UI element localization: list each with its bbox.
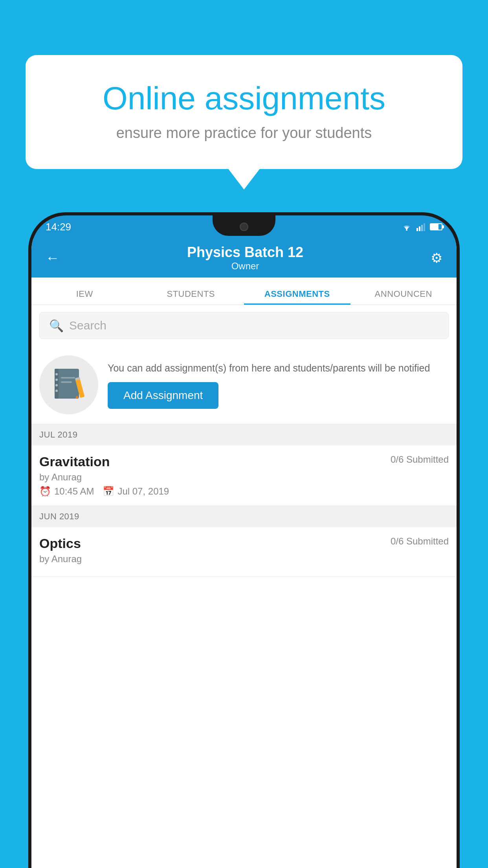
tab-assignments[interactable]: ASSIGNMENTS	[244, 289, 350, 305]
bubble-subtitle: ensure more practice for your students	[57, 125, 431, 142]
tab-students[interactable]: STUDENTS	[138, 289, 244, 305]
notebook-icon	[53, 367, 84, 403]
svg-rect-5	[56, 369, 79, 399]
optics-by: by Anurag	[39, 554, 449, 565]
svg-rect-3	[421, 225, 423, 231]
search-input[interactable]: Search	[69, 319, 106, 332]
search-container: 🔍 Search	[31, 305, 457, 346]
svg-point-0	[406, 229, 407, 231]
status-icons	[401, 223, 442, 231]
optics-submitted: 0/6 Submitted	[391, 536, 449, 547]
status-time: 14:29	[46, 221, 71, 233]
assignment-by: by Anurag	[39, 472, 449, 483]
svg-rect-4	[424, 223, 425, 231]
phone-frame: 14:29	[28, 212, 460, 868]
signal-icon	[416, 223, 426, 231]
svg-rect-11	[61, 377, 75, 379]
meta-date: 📅 Jul 07, 2019	[103, 486, 169, 497]
assignment-row1: Gravitation 0/6 Submitted	[39, 454, 449, 469]
assignment-name: Gravitation	[39, 454, 110, 469]
optics-name: Optics	[39, 536, 81, 551]
front-camera	[240, 223, 248, 231]
section-jul-2019: JUL 2019	[31, 424, 457, 445]
svg-rect-2	[419, 226, 420, 231]
svg-point-8	[55, 379, 58, 381]
phone-inner: 14:29	[31, 215, 457, 868]
bubble-title: Online assignments	[57, 81, 431, 116]
phone-notch	[213, 215, 275, 236]
promo-content: You can add assignment(s) from here and …	[108, 361, 449, 409]
search-icon: 🔍	[49, 319, 64, 333]
app-header: ← Physics Batch 12 Owner ⚙	[31, 238, 457, 278]
promo-icon-circle	[39, 355, 98, 414]
back-button[interactable]: ←	[46, 250, 60, 266]
tab-iew[interactable]: IEW	[31, 289, 138, 305]
svg-rect-1	[416, 228, 418, 231]
promo-text: You can add assignment(s) from here and …	[108, 361, 449, 375]
assignment-meta: ⏰ 10:45 AM 📅 Jul 07, 2019	[39, 486, 449, 497]
svg-point-7	[55, 373, 58, 375]
tab-announcements[interactable]: ANNOUNCEN	[350, 289, 457, 305]
batch-role: Owner	[60, 261, 431, 272]
header-center: Physics Batch 12 Owner	[60, 244, 431, 272]
assignment-item-gravitation[interactable]: Gravitation 0/6 Submitted by Anurag ⏰ 10…	[31, 445, 457, 506]
batch-title: Physics Batch 12	[60, 244, 431, 261]
battery-icon	[430, 223, 442, 230]
settings-icon[interactable]: ⚙	[431, 250, 442, 266]
assignment-item-optics[interactable]: Optics 0/6 Submitted by Anurag	[31, 527, 457, 577]
meta-time: ⏰ 10:45 AM	[39, 486, 94, 497]
app-screen: ← Physics Batch 12 Owner ⚙ IEW STUDENTS …	[31, 238, 457, 868]
speech-bubble: Online assignments ensure more practice …	[26, 55, 462, 169]
clock-icon: ⏰	[39, 486, 51, 497]
assignment-submitted: 0/6 Submitted	[391, 454, 449, 465]
svg-rect-12	[61, 381, 72, 383]
wifi-icon	[401, 223, 413, 231]
add-assignment-promo: You can add assignment(s) from here and …	[31, 346, 457, 424]
assignment-row1-optics: Optics 0/6 Submitted	[39, 536, 449, 551]
svg-point-10	[55, 390, 58, 392]
search-bar[interactable]: 🔍 Search	[39, 312, 449, 339]
svg-point-9	[55, 384, 58, 386]
speech-bubble-area: Online assignments ensure more practice …	[26, 55, 462, 169]
add-assignment-button[interactable]: Add Assignment	[108, 382, 218, 409]
tabs-bar: IEW STUDENTS ASSIGNMENTS ANNOUNCEN	[31, 278, 457, 305]
section-jun-2019: JUN 2019	[31, 506, 457, 527]
calendar-icon: 📅	[103, 486, 114, 497]
